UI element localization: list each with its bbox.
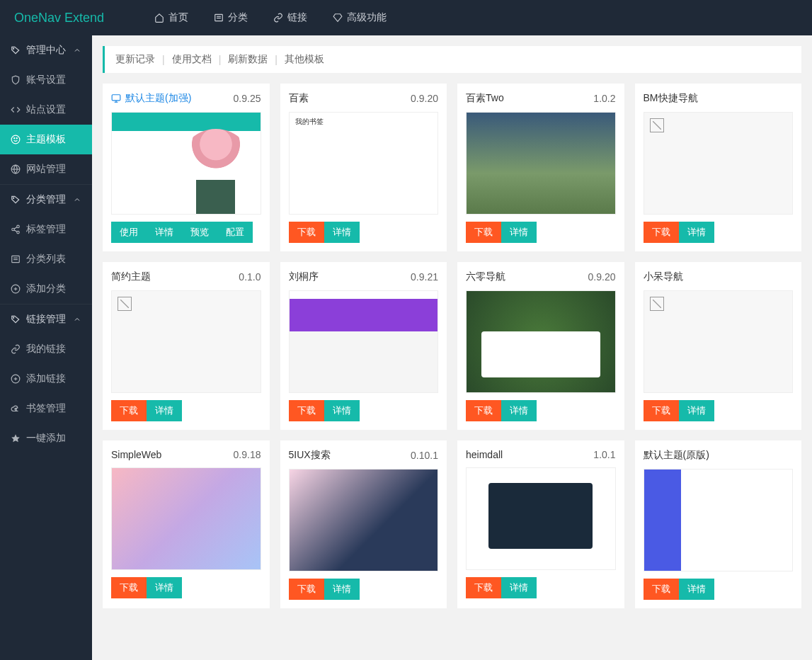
theme-buttons: 下载详情: [644, 222, 794, 243]
theme-title: SimpleWeb: [111, 449, 161, 460]
sidebar-group-2[interactable]: 链接管理: [0, 305, 92, 334]
theme-title: 百素Two: [466, 92, 504, 105]
cloud-icon: [11, 404, 21, 414]
sidebar-item-2-2[interactable]: 书签管理: [0, 394, 92, 423]
svg-point-12: [17, 231, 20, 234]
svg-point-10: [17, 225, 20, 228]
theme-version: 1.0.1: [593, 449, 615, 460]
theme-btn-配置[interactable]: 配置: [217, 222, 253, 243]
theme-btn-详情[interactable]: 详情: [324, 222, 360, 243]
theme-btn-下载[interactable]: 下载: [644, 400, 679, 421]
theme-version: 1.0.2: [593, 93, 615, 104]
main-content: 更新记录|使用文档|刷新数据|其他模板 默认主题(加强)0.9.25使用详情预览…: [92, 35, 812, 619]
topnav: 首页分类链接高级功能: [142, 0, 399, 35]
theme-btn-详情[interactable]: 详情: [501, 222, 537, 243]
tag-icon: [11, 45, 21, 55]
svg-point-9: [13, 198, 14, 198]
star-icon: [11, 433, 21, 443]
theme-btn-下载[interactable]: 下载: [644, 579, 679, 600]
sidebar-item-2-1[interactable]: 添加链接: [0, 364, 92, 394]
sidebar-item-0-2[interactable]: 主题模板: [0, 125, 92, 154]
link-icon: [11, 344, 21, 354]
theme-btn-详情[interactable]: 详情: [324, 400, 360, 421]
theme-btn-下载[interactable]: 下载: [644, 222, 679, 243]
tab-0[interactable]: 更新记录: [115, 53, 155, 66]
theme-card: BM快捷导航下载详情: [635, 84, 802, 251]
theme-card-head: 默认主题(原版): [644, 449, 794, 462]
theme-btn-下载[interactable]: 下载: [466, 400, 501, 421]
theme-card-head: heimdall1.0.1: [466, 449, 616, 460]
tab-1[interactable]: 使用文档: [172, 53, 212, 66]
theme-card-head: 百素Two1.0.2: [466, 92, 616, 105]
theme-btn-下载[interactable]: 下载: [289, 579, 324, 600]
theme-version: 0.9.20: [588, 271, 616, 283]
chevron-up-icon: [73, 46, 81, 55]
theme-btn-详情[interactable]: 详情: [324, 579, 360, 600]
theme-buttons: 下载详情: [289, 222, 439, 243]
theme-thumbnail: [111, 467, 261, 570]
theme-btn-详情[interactable]: 详情: [679, 400, 714, 421]
theme-btn-下载[interactable]: 下载: [111, 400, 147, 421]
theme-card: 六零导航0.9.20下载详情: [457, 262, 624, 430]
topnav-home[interactable]: 首页: [142, 0, 201, 35]
theme-btn-详情[interactable]: 详情: [147, 400, 182, 421]
sidebar-item-label: 网站管理: [26, 163, 66, 176]
sidebar-item-2-0[interactable]: 我的链接: [0, 334, 92, 364]
theme-card-head: 百素0.9.20: [289, 92, 439, 105]
svg-point-4: [11, 135, 20, 144]
theme-btn-详情[interactable]: 详情: [147, 222, 182, 243]
broken-image-icon: [650, 118, 664, 132]
theme-title: heimdall: [466, 449, 503, 460]
sidebar-group-1[interactable]: 分类管理: [0, 185, 92, 215]
theme-buttons: 使用详情预览配置: [111, 222, 261, 243]
theme-btn-下载[interactable]: 下载: [289, 400, 324, 421]
list-icon: [11, 254, 21, 264]
chevron-up-icon: [73, 315, 81, 324]
topnav-diamond[interactable]: 高级功能: [320, 0, 399, 35]
theme-btn-详情[interactable]: 详情: [679, 579, 714, 600]
sidebar-item-1-2[interactable]: 添加分类: [0, 274, 92, 304]
theme-thumbnail: [466, 467, 616, 570]
sidebar-item-label: 添加链接: [26, 372, 66, 385]
theme-btn-使用[interactable]: 使用: [111, 222, 147, 243]
theme-title: 简约主题: [111, 271, 151, 283]
sidebar-item-1-1[interactable]: 分类列表: [0, 244, 92, 274]
theme-btn-预览[interactable]: 预览: [182, 222, 217, 243]
topnav-link[interactable]: 链接: [261, 0, 320, 35]
theme-btn-详情[interactable]: 详情: [501, 400, 537, 421]
svg-point-11: [12, 228, 15, 231]
theme-title: 百素: [289, 92, 309, 105]
sidebar-item-2-3[interactable]: 一键添加: [0, 423, 92, 453]
logo[interactable]: OneNav Extend: [0, 11, 142, 25]
theme-buttons: 下载详情: [289, 400, 439, 421]
theme-thumbnail: [111, 290, 261, 393]
theme-btn-下载[interactable]: 下载: [111, 577, 147, 598]
tab-2[interactable]: 刷新数据: [228, 53, 268, 66]
theme-btn-下载[interactable]: 下载: [289, 222, 324, 243]
tag-icon: [11, 195, 21, 205]
svg-point-21: [13, 317, 14, 318]
theme-card-head: 刘桐序0.9.21: [289, 271, 439, 283]
theme-btn-详情[interactable]: 详情: [147, 577, 182, 598]
sidebar-item-0-1[interactable]: 站点设置: [0, 95, 92, 125]
theme-btn-下载[interactable]: 下载: [466, 222, 501, 243]
plus-icon: [11, 284, 21, 294]
theme-card: 默认主题(加强)0.9.25使用详情预览配置: [103, 84, 270, 251]
theme-btn-详情[interactable]: 详情: [501, 577, 537, 598]
sidebar: 管理中心账号设置站点设置主题模板网站管理分类管理标签管理分类列表添加分类链接管理…: [0, 35, 92, 619]
sidebar-item-0-3[interactable]: 网站管理: [0, 154, 92, 184]
sidebar-item-1-0[interactable]: 标签管理: [0, 215, 92, 244]
svg-point-5: [14, 138, 15, 139]
theme-thumbnail: [644, 469, 794, 571]
theme-btn-详情[interactable]: 详情: [679, 222, 714, 243]
theme-card-head: 默认主题(加强)0.9.25: [111, 92, 261, 105]
sidebar-group-0[interactable]: 管理中心: [0, 35, 92, 65]
theme-title: BM快捷导航: [644, 92, 698, 105]
sidebar-item-label: 标签管理: [26, 223, 66, 236]
theme-thumbnail: [289, 469, 439, 571]
theme-btn-下载[interactable]: 下载: [466, 577, 501, 598]
tab-3[interactable]: 其他模板: [285, 53, 324, 66]
topnav-list[interactable]: 分类: [201, 0, 261, 35]
sidebar-item-0-0[interactable]: 账号设置: [0, 65, 92, 95]
svg-line-13: [14, 227, 17, 229]
